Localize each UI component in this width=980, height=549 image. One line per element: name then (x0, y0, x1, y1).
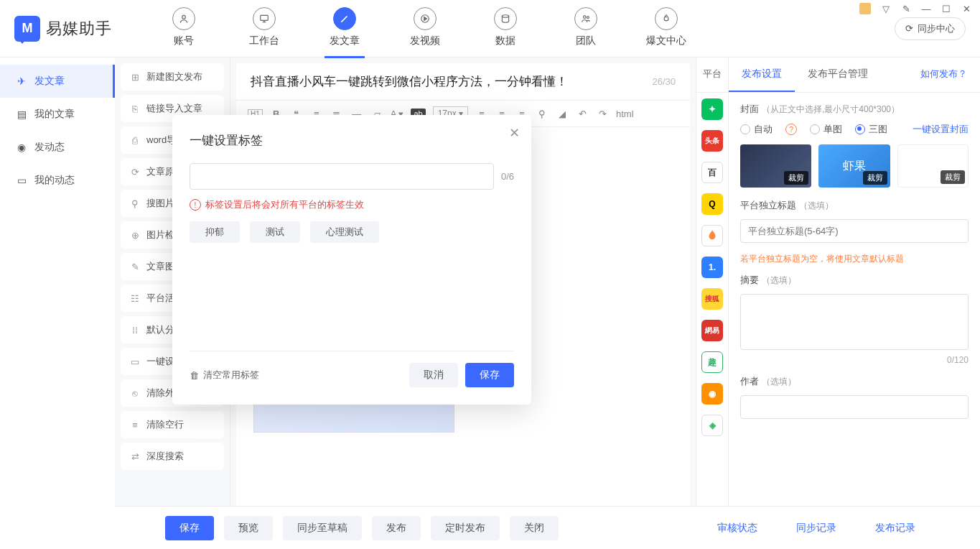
sidebar-my-articles[interactable]: ▤我的文章 (0, 98, 115, 131)
platform-other[interactable]: ◈ (701, 415, 723, 436)
platform-list: ✦ 头条 百 Q 1. 搜狐 網易 趣 ◉ ◈ (696, 93, 729, 549)
sidebar-publish-moment[interactable]: ◉发动态 (0, 131, 115, 164)
svg-point-3 (502, 14, 508, 17)
search-icon: ⚲ (129, 198, 141, 209)
tool-deep-search[interactable]: ⇄深度搜索 (121, 443, 224, 470)
how-to-publish-link[interactable]: 如何发布？ (907, 57, 980, 92)
close-button[interactable]: 关闭 (510, 516, 559, 540)
doc-icon: ▤ (16, 109, 27, 120)
sync-center-button[interactable]: ⟳同步中心 (895, 17, 966, 40)
platform-toutiao[interactable]: 头条 (701, 130, 723, 152)
topnav-team[interactable]: 团队 (546, 0, 626, 57)
plus-icon: ⊞ (129, 72, 141, 83)
topnav-data[interactable]: 数据 (465, 0, 546, 57)
trash-icon: 🗑 (190, 370, 199, 381)
topnav-video[interactable]: 发视频 (385, 0, 465, 57)
edit-icon[interactable]: ✎ (901, 4, 911, 14)
tag-warning: 标签设置后将会对所有平台的标签生效 (190, 198, 514, 211)
platform-weibo[interactable]: ◉ (701, 383, 723, 405)
pin-icon[interactable] (859, 3, 871, 14)
radio-single[interactable]: 单图 (810, 123, 842, 136)
radio-auto[interactable]: 自动 (740, 123, 773, 136)
tool-clear-blank[interactable]: ≡清除空行 (121, 411, 224, 438)
author-input[interactable] (740, 395, 969, 419)
article-title[interactable]: 抖音直播小风车一键跳转到微信小程序方法，一分钟看懂！ (251, 73, 652, 90)
topnav-account[interactable]: 账号 (144, 0, 224, 57)
tag-suggestion-1[interactable]: 抑郁 (190, 221, 240, 243)
refresh-icon: ⟳ (905, 23, 913, 34)
undo-icon[interactable]: ↶ (576, 109, 589, 119)
title-label: 平台独立标题 (740, 200, 796, 211)
cover-thumb-2[interactable]: 虾果裁剪 (818, 144, 890, 188)
category-icon: ⁞⁞ (129, 325, 141, 336)
link-icon: ⎘ (129, 103, 141, 114)
tool-new-article[interactable]: ⊞新建图文发布 (121, 63, 224, 91)
cover-hint: （从正文中选择,最小尺寸400*300） (762, 104, 900, 114)
platform-ifeng[interactable] (701, 225, 723, 246)
radio-triple[interactable]: 三图 (855, 123, 887, 136)
activity-icon: ☷ (129, 293, 141, 304)
audit-status-button[interactable]: 审核状态 (703, 516, 772, 540)
sync-log-button[interactable]: 同步记录 (782, 516, 851, 540)
save-button[interactable]: 保存 (165, 516, 214, 540)
publish-log-button[interactable]: 发布记录 (861, 516, 930, 540)
modal-cancel-button[interactable]: 取消 (409, 363, 458, 387)
platform-title-input[interactable] (740, 219, 969, 243)
minimize-icon[interactable]: — (921, 4, 931, 14)
tag-icon: ▭ (129, 356, 141, 367)
platform-baijia[interactable]: 百 (701, 162, 723, 183)
tag-count: 0/6 (501, 171, 514, 182)
sidebar-publish-article[interactable]: ✈发文章 (0, 65, 115, 98)
dropdown-icon[interactable]: ▽ (881, 4, 891, 14)
modal-save-button[interactable]: 保存 (465, 363, 514, 387)
title-warning: 若平台独立标题为空，将使用文章默认标题 (740, 253, 969, 265)
eraser-icon[interactable]: ◢ (556, 109, 569, 119)
schedule-button[interactable]: 定时发布 (431, 516, 500, 540)
html-icon[interactable]: html (616, 109, 634, 119)
find-icon[interactable]: ⚲ (536, 109, 549, 119)
set-cover-link[interactable]: 一键设置封面 (913, 123, 969, 136)
help-icon[interactable]: ? (785, 124, 797, 135)
topnav-workbench[interactable]: 工作台 (224, 0, 304, 57)
platform-wechat[interactable]: ✦ (701, 98, 723, 120)
sync-draft-button[interactable]: 同步至草稿 (283, 516, 362, 540)
publish-button[interactable]: 发布 (372, 516, 421, 540)
platform-yidian[interactable]: 1. (701, 257, 723, 278)
clear-tags-button[interactable]: 🗑清空常用标签 (190, 369, 259, 382)
tag-suggestion-3[interactable]: 心理测试 (310, 221, 379, 243)
crop-button-2[interactable]: 裁剪 (863, 171, 887, 185)
word-icon: ⎙ (129, 135, 141, 146)
platform-sohu[interactable]: 搜狐 (701, 288, 723, 310)
topnav-article[interactable]: 发文章 (304, 0, 385, 57)
cover-thumb-3[interactable]: 裁剪 (897, 144, 969, 188)
list-icon: ▭ (16, 175, 27, 186)
redo-icon[interactable]: ↷ (596, 109, 609, 119)
author-label: 作者 (740, 376, 759, 387)
tab-platform-manage[interactable]: 发布平台管理 (795, 57, 881, 92)
platform-qutoutiao[interactable]: 趣 (701, 351, 723, 373)
platform-qq[interactable]: Q (701, 193, 723, 215)
tag-suggestion-2[interactable]: 测试 (250, 221, 300, 243)
crop-button-3[interactable]: 裁剪 (941, 170, 965, 184)
check-icon: ⟳ (129, 167, 141, 177)
topnav-hot[interactable]: 爆文中心 (626, 0, 706, 57)
tab-publish-settings[interactable]: 发布设置 (729, 57, 795, 92)
tag-input[interactable] (190, 163, 494, 190)
sidebar-my-moments[interactable]: ▭我的动态 (0, 164, 115, 197)
svg-rect-1 (261, 15, 269, 20)
cover-thumb-1[interactable]: 裁剪 (740, 144, 811, 188)
app-logo[interactable]: M 易媒助手 (14, 16, 129, 42)
preview-button[interactable]: 预览 (224, 516, 273, 540)
image-check-icon: ⊕ (129, 230, 141, 241)
maximize-icon[interactable]: ☐ (941, 4, 951, 14)
image-edit-icon: ✎ (129, 262, 141, 272)
moment-icon: ◉ (16, 142, 27, 153)
title-count: 26/30 (652, 76, 676, 87)
crop-button-1[interactable]: 裁剪 (784, 171, 808, 185)
platform-163[interactable]: 網易 (701, 320, 723, 341)
svg-point-4 (584, 15, 587, 18)
summary-input[interactable] (740, 294, 969, 350)
summary-label: 摘要 (740, 274, 759, 285)
close-window-icon[interactable]: ✕ (961, 4, 971, 14)
modal-close-icon[interactable]: ✕ (509, 125, 520, 141)
